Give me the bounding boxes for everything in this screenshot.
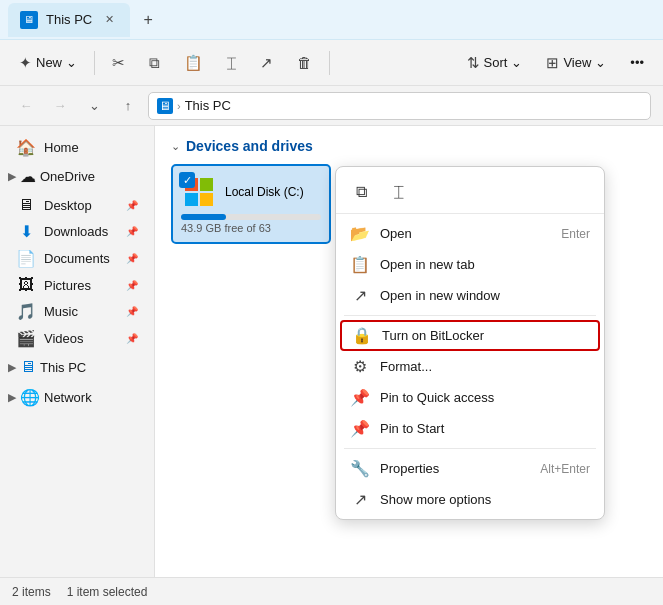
cm-properties-label: Properties [380, 461, 530, 476]
section-title: Devices and drives [186, 138, 313, 154]
drive-bar-c [181, 214, 321, 220]
cm-item-open-new-tab[interactable]: 📋 Open in new tab [336, 249, 604, 280]
cm-properties-shortcut: Alt+Enter [540, 462, 590, 476]
new-button[interactable]: ✦ New ⌄ [8, 48, 88, 78]
sidebar-section-network[interactable]: ▶ 🌐 Network [0, 382, 154, 413]
cm-open-tab-label: Open in new tab [380, 257, 590, 272]
expand-icon-thispc: ▶ [8, 361, 16, 374]
address-bar: ← → ⌄ ↑ 🖥 › This PC [0, 86, 663, 126]
toolbar-sep-2 [329, 51, 330, 75]
more-button[interactable]: ••• [619, 49, 655, 76]
forward-button[interactable]: → [46, 92, 74, 120]
cut-button[interactable]: ✂ [101, 48, 136, 78]
thispc-icon: 🖥 [20, 358, 36, 376]
view-icon: ⊞ [546, 54, 559, 72]
cm-top-rename-icon[interactable]: ⌶ [382, 177, 416, 207]
cm-bitlocker-icon: 🔒 [352, 326, 372, 345]
desktop-icon: 🖥 [16, 196, 36, 214]
address-path[interactable]: 🖥 › This PC [148, 92, 651, 120]
pin-icon-downloads: 📌 [126, 226, 138, 237]
drive-checkbox: ✓ [179, 172, 195, 188]
new-tab-button[interactable]: + [134, 6, 162, 34]
sidebar: 🏠 Home ▶ ☁ OneDrive 🖥 Desktop 📌 ⬇ Downlo… [0, 126, 155, 577]
recent-button[interactable]: ⌄ [80, 92, 108, 120]
sort-button[interactable]: ⇅ Sort ⌄ [456, 48, 534, 78]
copy-button[interactable]: ⧉ [138, 48, 171, 78]
cm-item-open[interactable]: 📂 Open Enter [336, 218, 604, 249]
tab-this-pc[interactable]: 🖥 This PC ✕ [8, 3, 130, 37]
cm-top-copy-icon[interactable]: ⧉ [344, 177, 378, 207]
rename-button[interactable]: ⌶ [216, 48, 247, 77]
path-icon: 🖥 [157, 98, 173, 114]
sidebar-item-label-music: Music [44, 304, 118, 319]
pin-icon-documents: 📌 [126, 253, 138, 264]
new-label: New [36, 55, 62, 70]
view-label: View [563, 55, 591, 70]
sidebar-section-onedrive[interactable]: ▶ ☁ OneDrive [0, 161, 154, 192]
cm-item-open-new-window[interactable]: ↗ Open in new window [336, 280, 604, 311]
sidebar-item-label-downloads: Downloads [44, 224, 118, 239]
sidebar-section-thispc[interactable]: ▶ 🖥 This PC [0, 352, 154, 382]
toolbar: ✦ New ⌄ ✂ ⧉ 📋 ⌶ ↗ 🗑 ⇅ Sort ⌄ ⊞ View ⌄ ••… [0, 40, 663, 86]
cm-item-properties[interactable]: 🔧 Properties Alt+Enter [336, 453, 604, 484]
sidebar-item-documents[interactable]: 📄 Documents 📌 [4, 245, 150, 272]
copy-icon: ⧉ [149, 54, 160, 72]
pictures-icon: 🖼 [16, 276, 36, 294]
sort-chevron: ⌄ [511, 55, 522, 70]
pin-icon-videos: 📌 [126, 333, 138, 344]
path-separator: › [177, 100, 181, 112]
cm-item-pin-quick[interactable]: 📌 Pin to Quick access [336, 382, 604, 413]
cm-more-icon: ↗ [350, 490, 370, 509]
cm-open-window-icon: ↗ [350, 286, 370, 305]
context-menu-top-icons: ⧉ ⌶ [336, 171, 604, 214]
view-button[interactable]: ⊞ View ⌄ [535, 48, 617, 78]
sidebar-item-home[interactable]: 🏠 Home [4, 134, 150, 161]
sort-icon: ⇅ [467, 54, 480, 72]
sidebar-item-pictures[interactable]: 🖼 Pictures 📌 [4, 272, 150, 298]
cm-item-pin-start[interactable]: 📌 Pin to Start [336, 413, 604, 444]
downloads-icon: ⬇ [16, 222, 36, 241]
cm-properties-icon: 🔧 [350, 459, 370, 478]
music-icon: 🎵 [16, 302, 36, 321]
drive-name-c: Local Disk (C:) [225, 185, 304, 199]
tab-close-button[interactable]: ✕ [100, 11, 118, 29]
sidebar-item-music[interactable]: 🎵 Music 📌 [4, 298, 150, 325]
paste-icon: 📋 [184, 54, 203, 72]
more-icon: ••• [630, 55, 644, 70]
status-bar: 2 items 1 item selected [0, 577, 663, 605]
paste-button[interactable]: 📋 [173, 48, 214, 78]
tab-title: This PC [46, 12, 92, 27]
sort-label: Sort [484, 55, 508, 70]
rename-icon: ⌶ [227, 54, 236, 71]
drive-item-c[interactable]: ✓ Local Disk (C:) 43.9 GB f [171, 164, 331, 244]
sidebar-item-desktop[interactable]: 🖥 Desktop 📌 [4, 192, 150, 218]
cm-open-tab-icon: 📋 [350, 255, 370, 274]
share-button[interactable]: ↗ [249, 48, 284, 78]
back-button[interactable]: ← [12, 92, 40, 120]
cm-item-format[interactable]: ⚙ Format... [336, 351, 604, 382]
context-menu: ⧉ ⌶ 📂 Open Enter 📋 Open in new tab ↗ Ope… [335, 166, 605, 520]
cm-sep-2 [344, 448, 596, 449]
sidebar-item-downloads[interactable]: ⬇ Downloads 📌 [4, 218, 150, 245]
drive-top-c: Local Disk (C:) [181, 174, 321, 210]
cm-item-more-options[interactable]: ↗ Show more options [336, 484, 604, 515]
cm-format-label: Format... [380, 359, 590, 374]
svg-rect-3 [200, 193, 213, 206]
cm-item-bitlocker[interactable]: 🔒 Turn on BitLocker [340, 320, 600, 351]
home-icon: 🏠 [16, 138, 36, 157]
up-button[interactable]: ↑ [114, 92, 142, 120]
new-icon: ✦ [19, 54, 32, 72]
cm-format-icon: ⚙ [350, 357, 370, 376]
cm-bitlocker-label: Turn on BitLocker [382, 328, 588, 343]
cm-pin-start-label: Pin to Start [380, 421, 590, 436]
drive-info-c: 43.9 GB free of 63 [181, 222, 321, 234]
cm-open-shortcut: Enter [561, 227, 590, 241]
content-area: ⌄ Devices and drives ✓ Local Disk ( [155, 126, 663, 577]
expand-icon-network: ▶ [8, 391, 16, 404]
main-layout: 🏠 Home ▶ ☁ OneDrive 🖥 Desktop 📌 ⬇ Downlo… [0, 126, 663, 577]
sidebar-item-videos[interactable]: 🎬 Videos 📌 [4, 325, 150, 352]
section-chevron: ⌄ [171, 140, 180, 153]
delete-button[interactable]: 🗑 [286, 48, 323, 77]
share-icon: ↗ [260, 54, 273, 72]
drive-bar-fill-c [181, 214, 226, 220]
